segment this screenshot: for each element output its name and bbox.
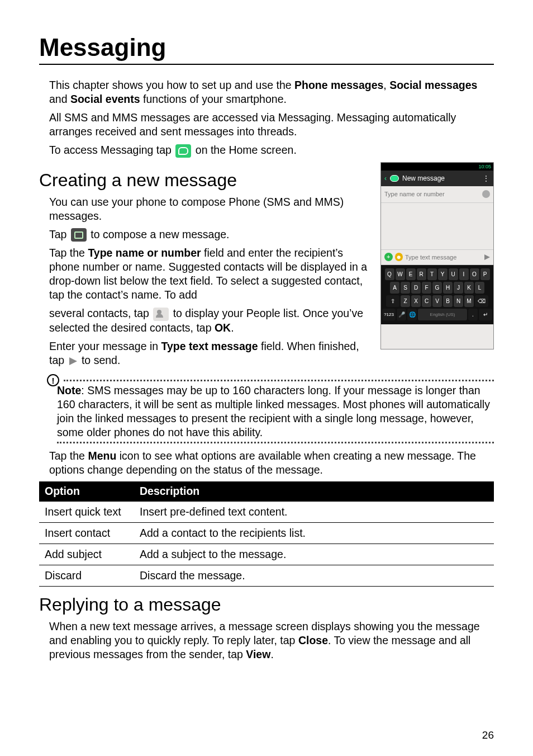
note-text: Note: SMS messages may be up to 160 char… bbox=[49, 381, 494, 442]
key-g[interactable]: G bbox=[432, 282, 442, 294]
send-icon bbox=[69, 357, 77, 365]
key-c[interactable]: C bbox=[422, 295, 431, 307]
bold-phone-messages: Phone messages bbox=[294, 79, 383, 91]
table-cell-option: Insert contact bbox=[39, 522, 134, 544]
intro-paragraph-2: All SMS and MMS messages are accessed vi… bbox=[49, 111, 494, 139]
phone-recipient-input[interactable] bbox=[384, 191, 482, 197]
table-cell-desc: Add a contact to the recipients list. bbox=[134, 522, 494, 544]
phone-back-icon[interactable]: ‹ bbox=[384, 174, 387, 182]
intro-paragraph-3: To access Messaging tap on the Home scre… bbox=[49, 143, 494, 158]
note-label: Note bbox=[57, 384, 81, 396]
phone-attach-icon[interactable]: + bbox=[384, 253, 393, 261]
key-i[interactable]: I bbox=[459, 268, 469, 280]
key-shift[interactable]: ⇧ bbox=[386, 295, 399, 307]
page-title: Messaging bbox=[39, 34, 494, 65]
key-e[interactable]: E bbox=[406, 268, 416, 280]
phone-keyboard: Q W E R T Y U I O P A S D bbox=[381, 265, 493, 324]
bold-social-messages: Social messages bbox=[389, 79, 477, 91]
table-cell-option: Discard bbox=[39, 565, 134, 586]
key-y[interactable]: Y bbox=[438, 268, 448, 280]
bold-type-text-message: Type text message bbox=[161, 340, 258, 352]
heading-replying: Replying to a message bbox=[39, 594, 494, 615]
text: To access Messaging tap bbox=[49, 144, 174, 156]
phone-status-bar: 10:05 bbox=[381, 163, 493, 171]
key-globe[interactable]: 🌐 bbox=[407, 309, 417, 320]
phone-body-area bbox=[381, 203, 493, 249]
create-paragraph-5: Enter your message in Type text message … bbox=[49, 339, 373, 367]
text: several contacts, tap bbox=[49, 307, 152, 319]
key-p[interactable]: P bbox=[480, 268, 490, 280]
key-a[interactable]: A bbox=[390, 282, 399, 294]
create-paragraph-2: Tap to compose a new message. bbox=[49, 228, 373, 242]
phone-emoji-icon[interactable]: ☻ bbox=[395, 253, 403, 261]
heading-creating-message: Creating a new message bbox=[39, 170, 373, 191]
key-period[interactable]: . bbox=[468, 309, 478, 320]
key-q[interactable]: Q bbox=[385, 268, 394, 280]
bold-ok: OK bbox=[215, 322, 231, 334]
table-cell-desc: Add a subject to the message. bbox=[134, 544, 494, 565]
compose-icon bbox=[71, 228, 87, 242]
phone-header: ‹ New message ⋮ bbox=[381, 171, 493, 186]
table-cell-desc: Discard the message. bbox=[134, 565, 494, 586]
key-symbols[interactable]: ?123 bbox=[382, 309, 396, 320]
key-n[interactable]: N bbox=[454, 295, 463, 307]
key-x[interactable]: X bbox=[411, 295, 421, 307]
key-f[interactable]: F bbox=[422, 282, 431, 294]
key-d[interactable]: D bbox=[411, 282, 421, 294]
phone-send-icon[interactable] bbox=[484, 254, 490, 260]
text: and bbox=[49, 93, 70, 105]
table-header-row: Option Description bbox=[39, 481, 494, 502]
key-s[interactable]: S bbox=[401, 282, 410, 294]
table-header-option: Option bbox=[39, 481, 134, 502]
bold-type-name-number: Type name or number bbox=[88, 247, 201, 259]
text: Enter your message in bbox=[49, 340, 161, 352]
text: Tap bbox=[49, 228, 70, 240]
key-backspace[interactable]: ⌫ bbox=[475, 295, 488, 307]
create-paragraph-1: You can use your phone to compose Phone … bbox=[49, 195, 373, 223]
phone-text-input[interactable] bbox=[405, 254, 482, 261]
note-body: : SMS messages may be up to 160 characte… bbox=[57, 384, 490, 438]
page-number: 26 bbox=[482, 729, 494, 741]
note-bottom-divider bbox=[57, 442, 494, 443]
key-enter[interactable]: ↵ bbox=[479, 309, 492, 320]
key-v[interactable]: V bbox=[432, 295, 442, 307]
text: This chapter shows you how to set up and… bbox=[49, 79, 294, 91]
key-space[interactable]: English (US) bbox=[418, 309, 467, 320]
create-paragraph-4: several contacts, tap to display your Pe… bbox=[49, 306, 373, 335]
phone-add-person-icon[interactable] bbox=[482, 190, 490, 198]
table-row: Insert contact Add a contact to the reci… bbox=[39, 522, 494, 544]
bold-view: View bbox=[246, 648, 270, 660]
phone-clock: 10:05 bbox=[478, 164, 491, 169]
key-u[interactable]: U bbox=[449, 268, 458, 280]
text: functions of your smartphone. bbox=[140, 93, 287, 105]
phone-menu-icon[interactable]: ⋮ bbox=[483, 174, 490, 182]
phone-header-title: New message bbox=[402, 174, 445, 182]
key-t[interactable]: T bbox=[427, 268, 437, 280]
key-j[interactable]: J bbox=[454, 282, 463, 294]
key-m[interactable]: M bbox=[464, 295, 474, 307]
add-person-icon bbox=[153, 308, 169, 321]
key-h[interactable]: H bbox=[443, 282, 453, 294]
table-cell-option: Add subject bbox=[39, 544, 134, 565]
key-k[interactable]: K bbox=[464, 282, 474, 294]
phone-screenshot: 10:05 ‹ New message ⋮ + ☻ bbox=[380, 162, 494, 349]
text: on the Home screen. bbox=[196, 144, 297, 156]
note-box: ! Note: SMS messages may be up to 160 ch… bbox=[49, 380, 494, 443]
keyboard-row-2: A S D F G H J K L bbox=[382, 282, 492, 294]
key-r[interactable]: R bbox=[417, 268, 426, 280]
text: . bbox=[231, 322, 234, 334]
key-l[interactable]: L bbox=[475, 282, 484, 294]
text: Tap the bbox=[49, 450, 88, 462]
keyboard-row-3: ⇧ Z X C V B N M ⌫ bbox=[382, 295, 492, 307]
text: . bbox=[270, 648, 273, 660]
keyboard-row-4: ?123 🎤 🌐 English (US) . ↵ bbox=[382, 309, 492, 320]
text: , bbox=[383, 79, 389, 91]
keyboard-row-1: Q W E R T Y U I O P bbox=[382, 268, 492, 280]
key-o[interactable]: O bbox=[470, 268, 479, 280]
key-w[interactable]: W bbox=[396, 268, 405, 280]
intro-paragraph-1: This chapter shows you how to set up and… bbox=[49, 78, 494, 106]
key-mic[interactable]: 🎤 bbox=[397, 309, 406, 320]
text: to send. bbox=[82, 354, 120, 366]
key-b[interactable]: B bbox=[443, 295, 453, 307]
key-z[interactable]: Z bbox=[401, 295, 410, 307]
